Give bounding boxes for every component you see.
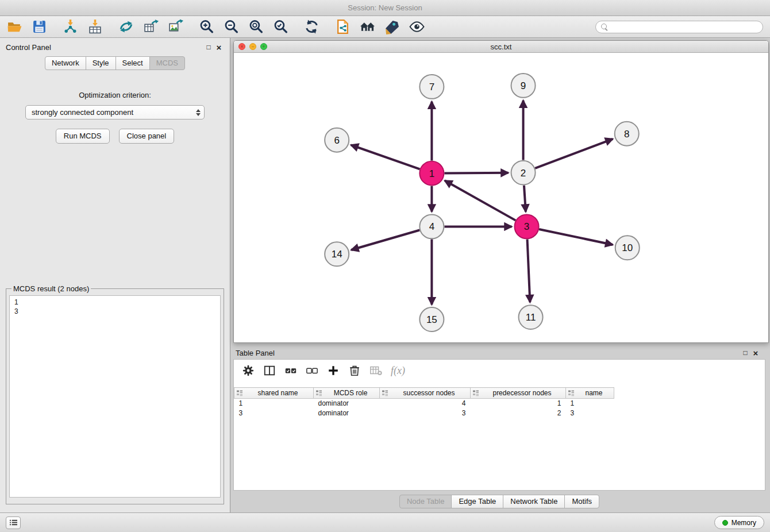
- table-body: 1dominator4113dominator323: [234, 399, 614, 418]
- graph-node-3[interactable]: 3: [515, 214, 539, 238]
- network-document-icon[interactable]: [335, 19, 351, 34]
- status-menu-button[interactable]: [6, 516, 21, 529]
- network-canvas[interactable]: 7968124314101511: [234, 53, 768, 342]
- column-header-name[interactable]: name: [566, 388, 614, 399]
- tab-edge-table[interactable]: Edge Table: [451, 495, 503, 508]
- search-icon: [601, 24, 608, 30]
- close-panel-icon[interactable]: ×: [214, 43, 224, 52]
- graph-node-8[interactable]: 8: [615, 122, 639, 146]
- graph-edge-3-11[interactable]: [528, 239, 530, 302]
- save-session-icon[interactable]: [32, 19, 47, 34]
- column-header-label: name: [585, 389, 602, 397]
- svg-text:4: 4: [429, 221, 434, 232]
- control-panel-title: Control Panel: [6, 43, 51, 52]
- table-cell[interactable]: 1: [566, 399, 614, 408]
- unselect-all-columns-icon[interactable]: [306, 364, 318, 377]
- zoom-in-icon[interactable]: [199, 19, 214, 34]
- svg-text:14: 14: [332, 249, 342, 260]
- tab-motifs[interactable]: Motifs: [564, 495, 599, 508]
- table-cell[interactable]: 1: [234, 399, 314, 408]
- table-cell[interactable]: 2: [471, 408, 566, 418]
- memory-button[interactable]: Memory: [714, 516, 764, 529]
- close-panel-button[interactable]: Close panel: [119, 129, 175, 144]
- tab-select[interactable]: Select: [116, 56, 150, 70]
- first-neighbors-icon[interactable]: [360, 19, 375, 34]
- export-network-icon[interactable]: [118, 19, 134, 34]
- table-cell[interactable]: 1: [471, 399, 566, 408]
- application-window: Session: New Session Control Panel □ × N…: [0, 0, 770, 532]
- graph-edge-3-10[interactable]: [539, 229, 613, 245]
- graph-node-1[interactable]: 1: [419, 161, 444, 186]
- close-table-panel-icon[interactable]: ×: [750, 348, 761, 358]
- import-table-icon[interactable]: [87, 19, 103, 34]
- table-panel-header: Table Panel □ ×: [233, 346, 765, 359]
- float-table-panel-icon[interactable]: □: [740, 349, 750, 357]
- open-session-icon[interactable]: [7, 19, 22, 34]
- style-paint-icon[interactable]: [384, 19, 400, 34]
- show-columns-icon[interactable]: [263, 364, 276, 377]
- graph-edge-4-14[interactable]: [351, 230, 419, 250]
- create-column-icon[interactable]: [327, 364, 340, 377]
- search-input[interactable]: [611, 23, 757, 31]
- zoom-out-icon[interactable]: [224, 19, 239, 34]
- zoom-selected-icon[interactable]: [273, 19, 288, 34]
- column-header-shared-name[interactable]: shared name: [234, 388, 314, 399]
- column-header-predecessor-nodes[interactable]: predecessor nodes: [471, 388, 566, 399]
- graph-edge-1-6[interactable]: [351, 145, 420, 169]
- graph-node-10[interactable]: 10: [615, 236, 640, 260]
- float-panel-icon[interactable]: □: [203, 43, 214, 51]
- selected-option: strongly connected component: [32, 108, 192, 117]
- graph-edge-2-8[interactable]: [535, 139, 613, 168]
- close-window-icon[interactable]: ×: [238, 43, 245, 50]
- delete-columns-icon[interactable]: [348, 364, 361, 377]
- graph-node-6[interactable]: 6: [325, 128, 349, 152]
- export-image-icon[interactable]: [168, 19, 183, 34]
- zoom-window-icon[interactable]: +: [260, 43, 267, 50]
- select-arrows-icon: [196, 109, 201, 116]
- tab-style[interactable]: Style: [86, 56, 116, 70]
- list-icon: [9, 519, 18, 526]
- tab-network[interactable]: Network: [45, 56, 86, 70]
- select-all-columns-icon[interactable]: [284, 364, 297, 377]
- table-row[interactable]: 1dominator411: [234, 399, 614, 408]
- mcds-result-list[interactable]: 13: [9, 295, 221, 498]
- graph-node-2[interactable]: 2: [511, 161, 536, 185]
- table-cell[interactable]: 3: [234, 408, 314, 418]
- graph-edge-3-1[interactable]: [445, 180, 515, 220]
- graph-node-14[interactable]: 14: [325, 242, 349, 266]
- tab-node-table[interactable]: Node Table: [399, 495, 452, 508]
- mcds-result-box: MCDS result (2 nodes) 13: [6, 284, 224, 504]
- tab-network-table[interactable]: Network Table: [503, 495, 565, 508]
- table-toolbar: f(x): [234, 360, 765, 381]
- zoom-fit-icon[interactable]: [248, 19, 264, 34]
- graph-edge-1-2[interactable]: [444, 173, 508, 174]
- show-hide-graphics-icon[interactable]: [409, 19, 425, 34]
- refresh-layout-icon[interactable]: [304, 19, 319, 34]
- table-settings-icon[interactable]: [242, 364, 255, 377]
- table-cell[interactable]: dominator: [314, 399, 380, 408]
- column-header-label: MCDS role: [334, 389, 368, 397]
- toolbar-icon-groups: [7, 19, 440, 34]
- minimize-window-icon[interactable]: −: [249, 43, 256, 50]
- graph-node-9[interactable]: 9: [511, 74, 536, 98]
- svg-text:1: 1: [429, 168, 434, 179]
- table-cell[interactable]: dominator: [314, 408, 380, 418]
- column-header-successor-nodes[interactable]: successor nodes: [380, 388, 471, 399]
- table-cell[interactable]: 3: [566, 408, 614, 418]
- graph-node-4[interactable]: 4: [419, 214, 444, 238]
- export-table-icon[interactable]: [143, 19, 159, 34]
- import-network-icon[interactable]: [63, 19, 78, 34]
- table-row[interactable]: 3dominator323: [234, 408, 614, 418]
- column-header-mcds-role[interactable]: MCDS role: [314, 388, 380, 399]
- run-mcds-button[interactable]: Run MCDS: [56, 129, 110, 144]
- graph-node-11[interactable]: 11: [519, 305, 543, 329]
- graph-edge-2-3[interactable]: [524, 186, 526, 212]
- graph-node-15[interactable]: 15: [419, 307, 444, 331]
- search-box[interactable]: [595, 21, 763, 33]
- toolbar-group: [304, 19, 319, 34]
- optimization-criterion-select[interactable]: strongly connected component: [25, 105, 205, 119]
- graph-node-7[interactable]: 7: [419, 75, 444, 99]
- table-cell[interactable]: 4: [380, 399, 471, 408]
- table-cell[interactable]: 3: [380, 408, 471, 418]
- tab-mcds[interactable]: MCDS: [149, 56, 185, 70]
